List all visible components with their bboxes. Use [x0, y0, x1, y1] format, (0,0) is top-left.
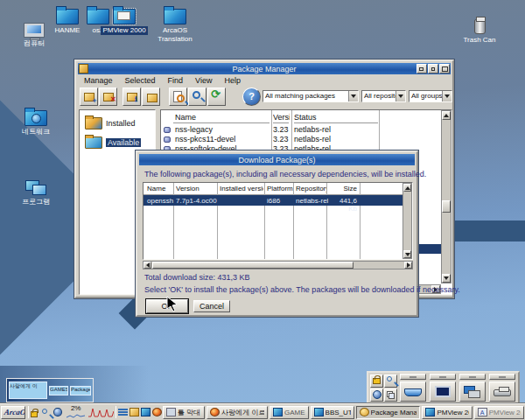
maximize-button[interactable] — [439, 64, 450, 74]
magnifier-icon[interactable] — [41, 408, 51, 416]
pager-window[interactable]: 사랑에게 이 — [9, 382, 47, 399]
col-size[interactable]: Size — [329, 185, 357, 192]
scroll-down-icon[interactable] — [442, 274, 451, 283]
drawer-handle[interactable] — [489, 374, 515, 380]
table-row-openssh[interactable]: openssh 7.7p1-4.oc00 i686 netlabs-rel 44… — [144, 195, 404, 206]
col-platform[interactable]: Platform — [267, 185, 293, 192]
scroll-right-icon[interactable] — [404, 262, 412, 269]
drawer-handle[interactable] — [430, 374, 456, 380]
pm-titlebar[interactable]: Package Manager — [78, 63, 451, 74]
scroll-thumb[interactable] — [442, 200, 451, 213]
search-button[interactable] — [188, 88, 206, 106]
minimize-button[interactable] — [428, 64, 438, 74]
download-dialog: Download Package(s) The following packag… — [136, 150, 418, 317]
menu-find[interactable]: Find — [162, 76, 190, 85]
scroll-thumb[interactable] — [152, 262, 354, 269]
launchpad-drawer-computer[interactable] — [458, 374, 486, 402]
printer-icon[interactable] — [489, 382, 515, 402]
pager-window[interactable]: GAMES — [49, 386, 68, 396]
taskbar-button-toolbar[interactable]: 틀 막대 — [163, 406, 205, 419]
taskbar-button-pmview-folder[interactable]: PMView 2000 — [422, 406, 472, 419]
trash-icon — [474, 19, 486, 34]
scroll-up-icon[interactable] — [403, 184, 411, 192]
desktop-icon-arcaos-translation[interactable]: ArcaOS Translation — [144, 9, 206, 44]
chevron-down-icon[interactable] — [442, 91, 452, 102]
cell-size: 441,6 Kb — [329, 197, 357, 213]
desktop-pager[interactable]: 사랑에게 이 GAMES Package — [6, 378, 94, 402]
desktop-icon-trash[interactable]: Trash Can — [454, 19, 505, 45]
chevron-down-icon[interactable] — [348, 91, 358, 102]
menu-selected[interactable]: Selected — [119, 76, 162, 85]
lock-icon[interactable] — [31, 411, 38, 417]
package-filter-select[interactable]: All matching packages — [262, 90, 359, 102]
launchpad-drawer-printer[interactable] — [488, 374, 516, 402]
clock-icon[interactable] — [370, 388, 383, 402]
folder-icon[interactable] — [130, 408, 139, 416]
folder-icon[interactable] — [141, 408, 150, 416]
firefox-icon[interactable] — [152, 408, 162, 416]
menu-manage[interactable]: Manage — [78, 76, 119, 85]
dialog-table-vscrollbar[interactable] — [402, 183, 412, 259]
package-button[interactable] — [142, 88, 160, 106]
cpu-monitor[interactable]: 2% — [66, 405, 87, 420]
taskbar-button-bbs-utl[interactable]: BBS_UTL — [311, 406, 354, 419]
group-filter-select[interactable]: All groups — [409, 90, 452, 102]
refresh-button[interactable]: ⟳ — [207, 88, 226, 106]
menu-help[interactable]: Help — [218, 76, 247, 85]
help-button[interactable]: ? — [242, 88, 261, 106]
terminal-icon[interactable] — [430, 382, 456, 402]
dialog-instruction: Select 'OK' to install the package(s) ab… — [144, 285, 460, 294]
window-list-icon[interactable] — [118, 408, 128, 416]
lock-icon[interactable] — [370, 374, 383, 388]
scroll-down-icon[interactable] — [403, 250, 411, 258]
desktop-icon-pmview[interactable]: PMView 2000 — [99, 9, 150, 35]
tray-icon[interactable] — [400, 382, 426, 402]
copy-icon[interactable] — [384, 388, 397, 402]
drawer-handle[interactable] — [459, 374, 486, 380]
find-package-button[interactable] — [169, 88, 187, 106]
restore-button[interactable] — [416, 64, 427, 74]
chevron-down-icon[interactable] — [396, 91, 405, 102]
col-installed-version[interactable]: Installed version — [220, 185, 263, 192]
cell-name: openssh — [147, 197, 173, 205]
col-version[interactable]: Version — [176, 185, 214, 192]
scroll-left-icon[interactable] — [144, 262, 151, 269]
list-vertical-scrollbar[interactable] — [441, 110, 452, 284]
column-header-version[interactable]: Version — [273, 113, 290, 122]
install-package-button[interactable]: ＋ — [80, 88, 98, 106]
taskbar: ArcaOS 2% 틀 막대 사랑에게 이르는 GAMES — [0, 403, 525, 420]
taskbar-button-package-manager[interactable]: Package Manager — [356, 406, 421, 419]
dialog-table-hscrollbar[interactable] — [143, 261, 413, 270]
magnifier-icon[interactable] — [384, 374, 397, 388]
taskbar-button-games[interactable]: GAMES — [270, 406, 309, 419]
taskbar-button-firefox[interactable]: 사랑에게 이르는 — [206, 406, 268, 419]
column-header-status[interactable]: Status — [294, 113, 317, 122]
menu-view[interactable]: View — [189, 76, 218, 85]
launchpad-drawer-tray[interactable] — [399, 374, 427, 402]
desktop-icon-programs[interactable]: 프로그램 — [10, 180, 61, 206]
package-manager-icon — [360, 408, 369, 416]
col-repository[interactable]: Repository — [296, 185, 327, 192]
folder-icon — [314, 408, 324, 416]
pager-window[interactable]: Package — [70, 386, 91, 396]
repository-filter-select[interactable]: All repositories — [361, 90, 406, 102]
computer-icon[interactable] — [459, 382, 486, 402]
launchpad-drawer-terminal[interactable] — [429, 374, 457, 402]
system-menu-icon[interactable] — [79, 64, 88, 74]
col-name[interactable]: Name — [147, 185, 172, 192]
drawer-handle[interactable] — [400, 374, 426, 380]
toolbar-icon — [166, 408, 176, 416]
desktop-icon-network[interactable]: 네트워크 — [10, 110, 61, 136]
column-header-name[interactable]: Name — [175, 113, 196, 122]
cancel-button[interactable]: Cancel — [193, 300, 230, 312]
package-info-button[interactable]: ℹ — [122, 88, 141, 106]
pulse-graph-icon[interactable] — [88, 407, 114, 418]
clock-icon[interactable] — [53, 408, 61, 416]
dialog-titlebar[interactable]: Download Package(s) — [139, 154, 415, 165]
arcaos-start-button[interactable]: ArcaOS — [1, 406, 25, 419]
taskbar-button-pmview[interactable]: A PMView 2000 — [474, 406, 524, 419]
cpu-percent: 2% — [66, 405, 87, 412]
uninstall-package-button[interactable]: ✕ — [99, 88, 117, 106]
folder-icon — [164, 9, 186, 24]
scroll-up-icon[interactable] — [442, 111, 451, 120]
